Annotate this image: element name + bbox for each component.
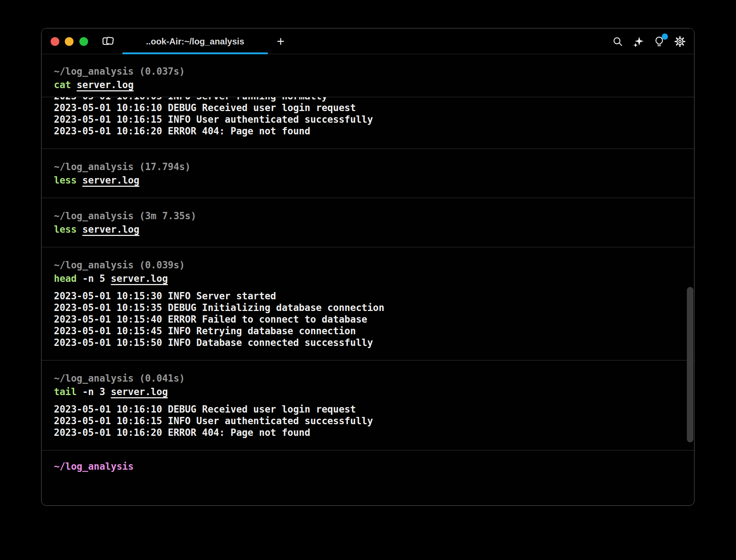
- command-block: ~/log_analysis(0.039s) head-n 5server.lo…: [41, 259, 694, 348]
- maximize-button[interactable]: [79, 37, 88, 46]
- titlebar: ..ook-Air:~/log_analysis +: [41, 28, 694, 54]
- lightbulb-icon[interactable]: [654, 36, 665, 47]
- command-block: ~/log_analysis(3m 7.35s) lessserver.log: [41, 210, 694, 235]
- output-line: 2023-05-01 10:15:35 DEBUG Initializing d…: [41, 302, 694, 313]
- search-icon[interactable]: [612, 36, 623, 47]
- block-divider: [41, 360, 694, 360]
- command-file-arg: server.log: [111, 273, 168, 284]
- command-name: head: [54, 273, 77, 284]
- command-file-arg: server.log: [77, 79, 134, 90]
- output-line: 2023-05-01 10:16:15 INFO User authentica…: [41, 415, 694, 427]
- command-name: less: [54, 224, 77, 235]
- block-prompt-line: ~/log_analysis(0.037s): [41, 66, 694, 77]
- output-line: 2023-05-01 10:16:10 DEBUG Received user …: [41, 102, 694, 114]
- command-block: ~/log_analysis(17.794s) lessserver.log: [41, 161, 694, 186]
- settings-gear-icon[interactable]: [674, 36, 685, 47]
- output-line: 2023-05-01 10:16:10 DEBUG Received user …: [41, 403, 694, 415]
- prompt-path: ~/log_analysis: [54, 260, 134, 271]
- command-line[interactable]: lessserver.log: [41, 174, 694, 186]
- command-line[interactable]: head-n 5server.log: [41, 273, 694, 284]
- command-output: 2023-05-01 10:16:10 DEBUG Received user …: [41, 102, 694, 137]
- terminal-window: ..ook-Air:~/log_analysis +: [41, 28, 695, 506]
- block-prompt-line: ~/log_analysis(17.794s): [41, 161, 694, 173]
- command-args: -n 3: [82, 386, 105, 397]
- close-button[interactable]: [51, 37, 59, 46]
- prompt-path: ~/log_analysis: [54, 210, 134, 221]
- command-name: tail: [54, 386, 77, 397]
- terminal-tab[interactable]: ..ook-Air:~/log_analysis: [122, 28, 268, 54]
- output-line: 2023-05-01 10:16:15 INFO User authentica…: [41, 114, 694, 125]
- tab-title: ..ook-Air:~/log_analysis: [146, 36, 244, 47]
- prompt-duration: (3m 7.35s): [139, 210, 197, 221]
- output-line: 2023-05-01 10:15:40 ERROR Failed to conn…: [41, 313, 694, 325]
- bookmarks-pages-icon[interactable]: [102, 36, 114, 47]
- new-tab-button[interactable]: +: [273, 28, 289, 54]
- block-divider: [41, 198, 694, 198]
- notification-dot: [662, 33, 668, 40]
- command-file-arg: server.log: [82, 175, 139, 186]
- clipped-output-line: 2023-05-01 10:16:05 INFO Server running …: [41, 97, 694, 102]
- current-prompt-input[interactable]: ~/log_analysis: [41, 461, 694, 472]
- command-block: ~/log_analysis(0.037s) catserver.log 202…: [41, 66, 694, 137]
- prompt-path: ~/log_analysis: [54, 373, 134, 384]
- output-line: 2023-05-01 10:16:20 ERROR 404: Page not …: [41, 125, 694, 137]
- prompt-duration: (0.039s): [139, 260, 185, 271]
- block-prompt-line: ~/log_analysis(0.041s): [41, 372, 694, 384]
- prompt-duration: (0.041s): [139, 373, 185, 384]
- block-prompt-line: ~/log_analysis(3m 7.35s): [41, 210, 694, 222]
- command-name: less: [54, 175, 77, 186]
- block-divider: [41, 450, 694, 450]
- command-name: cat: [54, 79, 71, 90]
- ai-sparkles-icon[interactable]: [633, 36, 644, 47]
- command-output: 2023-05-01 10:16:10 DEBUG Received user …: [41, 403, 694, 438]
- minimize-button[interactable]: [65, 37, 74, 46]
- prompt-path: ~/log_analysis: [54, 161, 134, 172]
- prompt-path: ~/log_analysis: [54, 66, 134, 77]
- command-args: -n 5: [82, 273, 105, 284]
- scrollbar-thumb[interactable]: [687, 287, 693, 442]
- output-line: 2023-05-01 10:16:20 ERROR 404: Page not …: [41, 427, 694, 438]
- prompt-duration: (0.037s): [139, 66, 185, 77]
- command-file-arg: server.log: [82, 224, 139, 235]
- block-divider: [41, 247, 694, 247]
- prompt-duration: (17.794s): [139, 161, 191, 172]
- output-line: 2023-05-01 10:15:30 INFO Server started: [41, 290, 694, 302]
- command-line[interactable]: tail-n 3server.log: [41, 386, 694, 398]
- block-divider: [41, 149, 694, 149]
- titlebar-action-icons: [612, 28, 685, 54]
- block-prompt-line: ~/log_analysis(0.039s): [41, 259, 694, 271]
- command-output: 2023-05-01 10:15:30 INFO Server started …: [41, 290, 694, 348]
- command-line[interactable]: catserver.log: [41, 79, 694, 91]
- command-file-arg: server.log: [111, 386, 168, 397]
- output-line: 2023-05-01 10:15:45 INFO Retrying databa…: [41, 325, 694, 337]
- command-line[interactable]: lessserver.log: [41, 224, 694, 235]
- command-block: ~/log_analysis(0.041s) tail-n 3server.lo…: [41, 372, 694, 438]
- output-line: 2023-05-01 10:15:50 INFO Database connec…: [41, 337, 694, 348]
- terminal-content: ~/log_analysis(0.037s) catserver.log 202…: [41, 54, 694, 472]
